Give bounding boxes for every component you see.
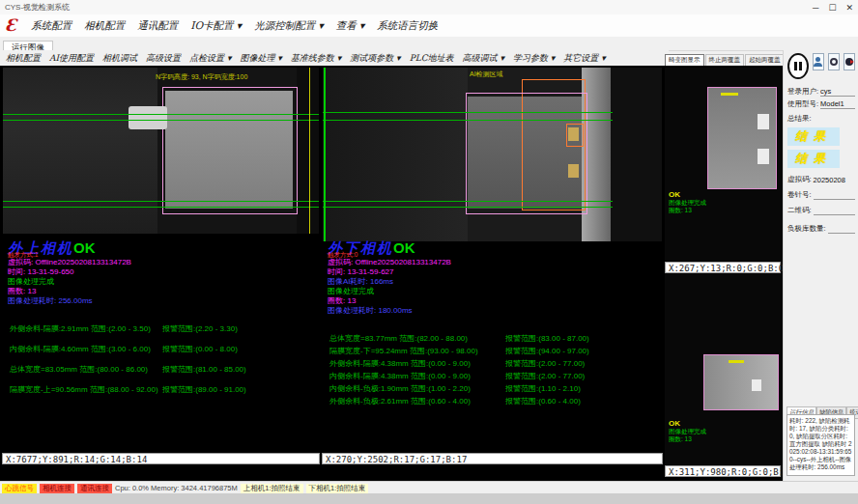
alarm-range: 报警范围:(1.10 - 2.10) — [505, 383, 581, 394]
lower-camera-status: 下相机1:拍照结束 — [306, 484, 369, 493]
turn-count: 圈数: 13 — [8, 287, 131, 296]
menu-camera-config[interactable]: 相机配置 — [84, 19, 125, 33]
machinery-background — [3, 68, 157, 234]
processing-done: 图像处理完成 — [669, 428, 706, 435]
yellow-mark — [721, 93, 738, 96]
menu-io-config[interactable]: IO卡配置 ▾ — [190, 19, 242, 33]
needle-label: 卷针号: — [787, 190, 812, 200]
machinery-background — [323, 68, 468, 241]
baseline-yellow-vertical — [309, 68, 310, 234]
camera-connection-badge: 相机连接 — [40, 484, 74, 493]
upper-camera-status: 上相机1:拍照结束 — [241, 484, 303, 493]
tool-advanced-debug[interactable]: 高级调试 ▾ — [463, 52, 504, 65]
alarm-range: 报警范围:(2.00 - 77.00) — [505, 371, 585, 381]
right-top-panel: OK 图像处理完成 圈数: 13 X:267;Y:13;R:0;G:0;B:0 — [665, 68, 781, 273]
middle-camera-image[interactable]: AI检测区域 — [323, 68, 662, 241]
baseline-green — [323, 207, 613, 208]
result-box-2: 结果 — [787, 150, 840, 168]
measurement-row: 内侧余料-隔膜:4.38mm 范围:(0.00 - 9.00) 报警范围:(2.… — [329, 371, 478, 383]
statusbar: 心跳信号 相机连接 通讯连接 Cpu: 0.0% Memory: 3424.41… — [0, 481, 858, 494]
menu-language-switch[interactable]: 系统语言切换 — [377, 19, 438, 33]
sidebar-buttons — [787, 53, 855, 84]
alarm-range: 报警范围:(2.20 - 3.30) — [162, 323, 238, 334]
baseline-green — [323, 120, 613, 121]
baseline-green — [3, 207, 319, 208]
model-row: 使用型号: Model1 — [787, 99, 855, 109]
bright-tab — [758, 149, 769, 164]
measurement-text: 内侧余料-隔膜:4.38mm 范围:(0.00 - 9.00) — [329, 372, 471, 380]
right-top-image[interactable]: OK 图像处理完成 圈数: 13 — [665, 68, 781, 261]
left-overlay: 外上相机OK 触发方式:1 虚拟码: Offline20250208133134… — [8, 243, 131, 306]
middle-overlay: 外下相机OK 触发方式:0 虚拟码: Offline20250208133134… — [328, 243, 451, 316]
measurement-text: 隔膜宽度-下=95.24mm 范围:(93.00 - 98.00) — [329, 347, 478, 355]
exit-icon — [845, 58, 853, 66]
right-bottom-pixel-status: X:311;Y:980;R:0;G:0;B:0 — [665, 465, 781, 477]
processing-done: 图像处理完成 — [8, 277, 131, 287]
measurement-text: 隔膜宽度-上=90.56mm 范围:(88.00 - 92.00) — [10, 385, 158, 394]
image-dark-edge — [611, 68, 662, 241]
image-annotation: N字码高度: 93, N字码宽度:100 — [156, 72, 247, 82]
total-result-label: 总结果: — [787, 114, 855, 124]
virtual-code: 虚拟码: Offline2025020813313472B — [328, 258, 451, 267]
tool-ai-config[interactable]: AI使用配置 — [49, 52, 94, 65]
sidebar: 登录用户: cys 使用型号: Model1 总结果: 结果 结果 虚拟码: 2… — [783, 50, 858, 481]
menu-comm-config[interactable]: 通讯配置 — [137, 19, 178, 33]
menu-view[interactable]: 查看 ▾ — [336, 19, 365, 33]
tool-learning-params[interactable]: 学习参数 ▾ — [513, 52, 555, 65]
user-icon — [815, 57, 820, 62]
capture-time: 时间: 13-31-59-650 — [8, 267, 131, 277]
gold-contact — [568, 127, 579, 141]
stock-label: 负极库数量: — [787, 224, 826, 234]
bright-tab — [752, 379, 761, 391]
main-view-area: N字码高度: 93, N字码宽度:100 外上相机OK 触发方式:1 虚拟码: … — [0, 66, 783, 481]
baseline-green — [323, 112, 613, 113]
right-bottom-overlay: OK 图像处理完成 圈数: 13 — [669, 420, 706, 443]
measurement-text: 内侧余料-隔膜:4.60mm 范围:(3.00 - 6.00) — [10, 345, 151, 353]
tool-baseline-params[interactable]: 基准线参数 ▾ — [291, 52, 341, 65]
measurement-row: 隔膜宽度-下=95.24mm 范围:(93.00 - 98.00) 报警范围:(… — [329, 346, 478, 358]
alarm-range: 报警范围:(0.00 - 8.00) — [162, 344, 238, 354]
menu-system-config[interactable]: 系统配置 — [31, 19, 72, 33]
info-log-box[interactable]: 耗时: 222, 缺陷检测耗时: 17, 缺陷分类耗时: 0, 缺陷提取分区耗时… — [786, 414, 855, 476]
tool-spot-check[interactable]: 点检设置 ▾ — [189, 52, 231, 65]
gold-contact — [568, 164, 579, 178]
left-pixel-status: X:7677;Y:891;R:14;G:14;B:14 — [2, 453, 320, 464]
measurement-text: 总体宽度=83.05mm 范围:(80.00 - 86.00) — [10, 365, 148, 374]
virtual-code-value: 20250208 — [814, 176, 855, 184]
pause-button[interactable] — [787, 53, 809, 79]
settings-button[interactable] — [828, 53, 840, 70]
virtual-code-row: 虚拟码: 20250208 — [787, 175, 855, 184]
right-bottom-image[interactable]: OK 图像处理完成 圈数: 13 — [665, 273, 781, 464]
tool-plc-address[interactable]: PLC地址表 — [410, 52, 454, 65]
result-ok: OK — [669, 420, 706, 428]
left-camera-image[interactable]: N字码高度: 93, N字码宽度:100 — [3, 68, 319, 234]
alarm-range: 报警范围:(89.00 - 91.00) — [162, 384, 246, 395]
measurement-text: 内侧余料-负极:1.90mm 范围:(1.00 - 2.20) — [329, 384, 471, 393]
tool-camera-config[interactable]: 相机配置 — [6, 52, 41, 65]
user-button[interactable] — [813, 53, 824, 70]
exit-button[interactable] — [844, 53, 855, 70]
tool-camera-debug[interactable]: 相机调试 — [102, 52, 137, 65]
maximize-button[interactable]: ☐ — [828, 3, 836, 13]
middle-camera-panel: AI检测区域 外下相机OK 触发方式:0 虚拟码: Offline2025020… — [322, 68, 663, 464]
minimize-button[interactable]: ─ — [813, 3, 818, 13]
close-button[interactable]: ✕ — [845, 3, 853, 13]
comm-connection-badge: 通讯连接 — [77, 484, 112, 493]
processing-elapsed: 图像处理耗时: 256.00ms — [8, 296, 131, 306]
tool-image-processing[interactable]: 图像处理 ▾ — [240, 52, 281, 65]
measurement-text: 外侧余料-负极:2.61mm 范围:(0.60 - 4.00) — [329, 397, 471, 406]
result-ok: OK — [73, 239, 96, 256]
baseline-green — [3, 114, 319, 115]
qr-row: 二维码: — [787, 206, 855, 215]
cell-thumbnail — [707, 87, 777, 189]
menu-light-config[interactable]: 光源控制配置 ▾ — [254, 19, 324, 33]
window-title: CYS-视觉检测系统 — [5, 2, 70, 13]
middle-pixel-status: X:270;Y:2502;R:17;G:17;B:17 — [322, 453, 663, 464]
model-value[interactable]: Model1 — [820, 99, 855, 109]
measurement-row: 内侧余料-负极:1.90mm 范围:(1.00 - 2.20) 报警范围:(1.… — [329, 383, 478, 396]
measurement-row: 外侧余料-隔膜:2.91mm 范围:(2.00 - 3.50) 报警范围:(2.… — [10, 323, 158, 344]
right-bottom-panel: OK 图像处理完成 圈数: 13 X:311;Y:980;R:0;G:0;B:0 — [665, 273, 781, 477]
tool-test-params[interactable]: 测试项参数 ▾ — [350, 52, 400, 65]
tool-other-settings[interactable]: 其它设置 ▾ — [563, 52, 605, 65]
tool-advanced-settings[interactable]: 高级设置 — [146, 52, 181, 65]
